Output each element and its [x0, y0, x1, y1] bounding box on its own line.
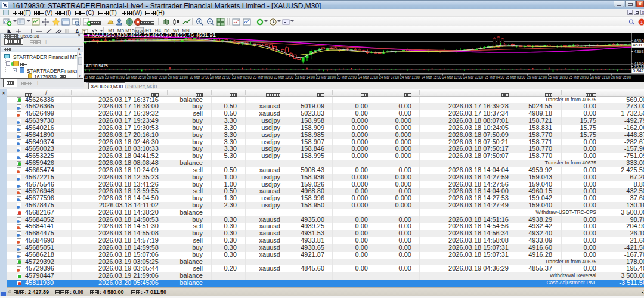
svg-text:26 Mar 05:00: 26 Mar 05:00 — [611, 74, 631, 80]
svg-text:23 Mar 18:00: 23 Mar 18:00 — [316, 74, 336, 80]
svg-text:25 Mar 08:00: 25 Mar 08:00 — [506, 74, 525, 80]
svg-text:▾ XAUUSD,M30 4635.53 4636.70 4: ▾ XAUUSD,M30 4635.53 4636.70 4633.46 463… — [87, 32, 216, 38]
svg-text:23 Mar 06:00: 23 Mar 06:00 — [253, 74, 273, 80]
svg-text:23 Mar 14:00: 23 Mar 14:00 — [295, 74, 315, 80]
svg-text:24 Mar 11:00: 24 Mar 11:00 — [400, 74, 420, 80]
svg-text:20 Mar 13:00: 20 Mar 13:00 — [168, 74, 188, 80]
svg-text:23 Mar 10:00: 23 Mar 10:00 — [274, 74, 293, 80]
svg-text:24 Mar 07:00: 24 Mar 07:00 — [379, 74, 399, 80]
svg-text:24 Mar 19:00: 24 Mar 19:00 — [442, 74, 462, 80]
svg-text:25 Mar 16:00: 25 Mar 16:00 — [548, 74, 568, 80]
svg-text:25 Mar 20:00: 25 Mar 20:00 — [569, 74, 589, 80]
svg-text:23 Mar 22:00: 23 Mar 22:00 — [337, 74, 357, 80]
svg-text:26 Mar 01:00: 26 Mar 01:00 — [590, 74, 610, 80]
svg-text:19 Mar 2026: 19 Mar 2026 — [84, 74, 104, 80]
svg-text:25 Mar 04:00: 25 Mar 04:00 — [485, 74, 504, 80]
svg-text:20 Mar 21:00: 20 Mar 21:00 — [210, 74, 230, 80]
svg-text:25 Mar 12:00: 25 Mar 12:00 — [527, 74, 547, 80]
svg-text:20 Mar 17:00: 20 Mar 17:00 — [190, 74, 209, 80]
svg-text:24 Mar 23:00: 24 Mar 23:00 — [463, 74, 483, 80]
svg-text:24 Mar 15:00: 24 Mar 15:00 — [422, 74, 441, 80]
svg-text:24 Mar 03:00: 24 Mar 03:00 — [358, 74, 378, 80]
svg-text:23 Mar 02:00: 23 Mar 02:00 — [232, 74, 252, 80]
svg-text:20 Mar 09:00: 20 Mar 09:00 — [147, 74, 167, 80]
svg-text:4363.10: 4363.10 — [634, 49, 644, 54]
svg-text:4631.92: 4631.92 — [633, 42, 644, 48]
svg-text:20 Mar 01:00: 20 Mar 01:00 — [105, 74, 125, 80]
svg-text:20 Mar 05:00: 20 Mar 05:00 — [126, 74, 146, 80]
svg-text:0.8421: 0.8421 — [633, 68, 644, 73]
svg-text:AC 10.5475: AC 10.5475 — [86, 64, 108, 68]
